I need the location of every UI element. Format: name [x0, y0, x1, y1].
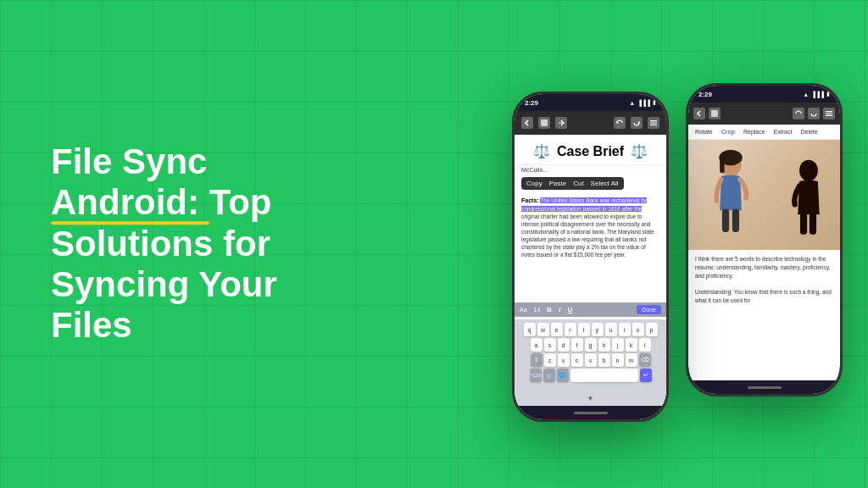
toolbar-left-1 — [521, 117, 567, 129]
copy-menu-item[interactable]: Copy — [526, 180, 542, 187]
key-w[interactable]: w — [537, 323, 549, 336]
phone-1-screen: 2:29 ▲ ▐▐▐ ▮ — [515, 94, 666, 419]
key-emoji[interactable]: ☺ — [543, 369, 555, 382]
select-all-menu-item[interactable]: Select All — [591, 180, 619, 187]
italic-button[interactable]: I — [559, 306, 560, 313]
toolbar-right-2 — [793, 108, 835, 119]
key-d[interactable]: d — [558, 338, 570, 352]
undo-icon[interactable] — [614, 117, 626, 129]
paste-menu-item[interactable]: Paste — [549, 180, 566, 187]
status-bar-1: 2:29 ▲ ▐▐▐ ▮ — [515, 94, 666, 111]
key-l[interactable]: l — [639, 338, 651, 352]
redo-icon-2[interactable] — [808, 108, 820, 119]
wifi-icon: ▲ — [629, 100, 635, 106]
key-e[interactable]: e — [551, 323, 563, 336]
keyboard-toolbar-left: Aa 14 B I U — [520, 306, 572, 313]
key-j[interactable]: j — [612, 338, 624, 352]
key-n[interactable]: n — [612, 353, 624, 367]
svg-rect-10 — [720, 158, 725, 173]
cut-menu-item[interactable]: Cut — [573, 180, 583, 187]
signal-icon: ▐▐▐ — [637, 100, 650, 106]
key-b[interactable]: b — [598, 353, 610, 367]
redo-icon[interactable] — [631, 117, 643, 129]
key-x[interactable]: x — [558, 353, 570, 367]
home-indicator-2 — [748, 386, 782, 389]
svg-rect-14 — [800, 213, 807, 234]
key-i[interactable]: i — [619, 323, 631, 336]
key-m[interactable]: m — [626, 353, 637, 367]
doc-icon[interactable] — [538, 117, 550, 129]
scales-right-icon: ⚖️ — [631, 143, 648, 159]
svg-rect-6 — [826, 113, 832, 114]
status-icons-2: ▲ ▐▐▐ ▮ — [803, 91, 830, 97]
key-f[interactable]: f — [571, 338, 583, 352]
key-row-1: q w e r t y u i o p — [516, 323, 665, 336]
key-h[interactable]: h — [598, 338, 610, 352]
status-icons-1: ▲ ▐▐▐ ▮ — [629, 99, 656, 106]
key-t[interactable]: t — [578, 323, 590, 336]
title-line2: Android: — [51, 183, 209, 223]
done-button[interactable]: Done — [637, 305, 661, 314]
keyboard: q w e r t y u i o p a — [515, 319, 666, 387]
key-a[interactable]: a — [531, 338, 542, 352]
person1-illustration — [705, 148, 756, 241]
case-brief-header: ⚖️ Case Brief ⚖️ — [515, 135, 666, 165]
highlighted-facts-text: The United States Bank was rechartered b… — [521, 197, 647, 212]
key-shift[interactable]: ⇧ — [531, 353, 542, 367]
delete-btn[interactable]: Delete — [800, 129, 817, 135]
underline-button[interactable]: U — [567, 306, 572, 313]
svg-rect-4 — [711, 110, 718, 117]
key-g[interactable]: g — [585, 338, 597, 352]
hero-text-section: File Sync Android: Top Solutions for Syn… — [51, 141, 339, 346]
battery-icon-2: ▮ — [826, 91, 830, 97]
replace-btn[interactable]: Replace — [743, 129, 765, 135]
phone2-text-content: I think there are 5 words to describe te… — [688, 250, 840, 380]
bold-button[interactable]: B — [547, 306, 552, 313]
key-y[interactable]: y — [592, 323, 604, 336]
toolbar-left-2 — [693, 108, 721, 119]
key-o[interactable]: o — [632, 323, 644, 336]
svg-rect-5 — [826, 111, 832, 112]
menu-icon-2[interactable] — [823, 108, 835, 119]
extract-btn[interactable]: Extract — [774, 129, 793, 135]
image-toolbar: Rotate Crop Replace Extract Delete — [688, 125, 840, 140]
title-line3: Top — [209, 183, 272, 223]
rotate-btn[interactable]: Rotate — [695, 129, 713, 135]
key-p[interactable]: p — [646, 323, 658, 336]
key-enter[interactable]: ↵ — [640, 369, 652, 382]
phone-1-bottom — [515, 406, 666, 419]
facts-label: Facts: — [521, 197, 539, 203]
keyboard-toolbar: Aa 14 B I U Done — [515, 302, 666, 317]
phone2-para-1: I think there are 5 words to describe te… — [695, 255, 833, 280]
svg-rect-3 — [650, 125, 657, 125]
signal-icon-2: ▐▐▐ — [811, 92, 824, 97]
key-q[interactable]: q — [524, 323, 536, 336]
undo-icon-2[interactable] — [793, 108, 804, 119]
share-icon[interactable] — [555, 117, 567, 129]
key-numbers[interactable]: ?123 — [530, 369, 542, 382]
menu-icon[interactable] — [648, 117, 659, 129]
doc-name-line: McCullo... — [515, 165, 666, 175]
key-globe[interactable]: 🌐 — [557, 369, 569, 382]
key-s[interactable]: s — [544, 338, 556, 352]
title-line4: Solutions for — [51, 224, 270, 263]
key-r[interactable]: r — [565, 323, 576, 336]
title-line6: Files — [51, 305, 132, 345]
phone-2-bottom — [688, 380, 840, 394]
key-backspace[interactable]: ⌫ — [639, 353, 651, 367]
key-v[interactable]: v — [585, 353, 597, 367]
key-c[interactable]: c — [571, 353, 583, 367]
key-k[interactable]: k — [626, 338, 637, 352]
back-icon[interactable] — [521, 117, 533, 129]
key-z[interactable]: z — [544, 353, 556, 367]
key-space[interactable] — [570, 369, 638, 382]
key-u[interactable]: u — [605, 323, 617, 336]
crop-btn[interactable]: Crop — [721, 129, 735, 135]
keyboard-collapse[interactable]: ▼ — [515, 387, 666, 406]
phone-2-screen: 2:29 ▲ ▐▐▐ ▮ — [688, 86, 840, 394]
title-line1: File Sync — [51, 141, 207, 181]
scales-left-icon: ⚖️ — [533, 143, 550, 159]
context-menu[interactable]: Copy Paste Cut Select All — [521, 177, 624, 190]
doc-icon-2[interactable] — [709, 108, 721, 119]
back-icon-2[interactable] — [693, 108, 705, 119]
